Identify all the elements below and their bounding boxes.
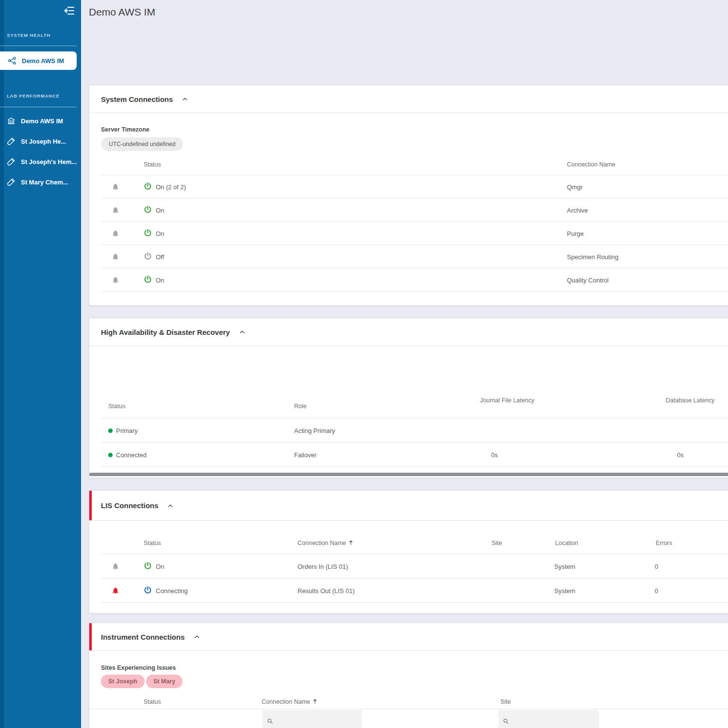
search-icon (267, 718, 273, 724)
sidebar-item-label: Demo AWS IM (21, 117, 63, 125)
collapse-sidebar-icon[interactable] (64, 5, 75, 17)
status-text: On (2 of 2) (156, 183, 186, 191)
table-divider (89, 709, 728, 709)
connection-name-cell: Results Out (LIS 01) (298, 579, 355, 603)
column-header-site: Site (492, 540, 502, 546)
table-row: Connecting Results Out (LIS 01) System 0 (89, 579, 728, 603)
bell-icon[interactable] (112, 268, 119, 292)
bell-icon[interactable] (112, 199, 119, 222)
status-cell: On (144, 222, 164, 245)
power-icon (144, 182, 152, 192)
column-header-location: Location (555, 540, 578, 546)
green-status-dot-icon (108, 429, 113, 433)
table-row: On Purge (89, 222, 728, 245)
power-icon (144, 252, 152, 262)
sidebar-section-system-health: SYSTEM HEALTH (7, 33, 50, 38)
instrument-connections-header: Instrument Connections (89, 623, 728, 651)
bell-icon[interactable] (112, 579, 119, 603)
power-icon (144, 275, 152, 285)
sidebar-item-label: St Joseph's Hem... (21, 158, 77, 165)
column-header-journal-file-latency: Journal File Latency (476, 396, 539, 405)
bell-icon[interactable] (112, 554, 119, 579)
test-tube-icon (7, 157, 16, 166)
table-row: Primary Acting Primary (89, 418, 728, 443)
status-cell: On (144, 554, 164, 579)
column-header-site: Site (500, 698, 511, 705)
sidebar: SYSTEM HEALTH Demo AWS IM LAB PERFORMANC… (0, 0, 81, 728)
sidebar-item-st-josephs-hem[interactable]: St Joseph's Hem... (0, 152, 81, 171)
connection-name-cell: Purge (567, 222, 584, 245)
sidebar-item-demo-aws-im-lab[interactable]: Demo AWS IM (0, 111, 81, 131)
table-row: On Quality Control (89, 268, 728, 292)
status-cell: Connected (108, 443, 147, 467)
bell-icon[interactable] (112, 175, 119, 199)
connection-name-cell: Specimen Routing (567, 245, 618, 268)
main-content: Demo AWS IM System Connections Server Ti… (81, 0, 728, 728)
horizontal-scrollbar[interactable] (89, 473, 728, 476)
chevron-up-icon[interactable] (239, 329, 246, 335)
journal-file-latency-cell: 0s (491, 443, 498, 467)
chevron-up-icon[interactable] (182, 96, 188, 102)
column-header-status: Status (144, 161, 161, 168)
column-header-status: Status (144, 698, 161, 705)
column-header-connection-name: Connection Name (567, 161, 615, 168)
status-text: Off (156, 253, 164, 261)
table-row: Off Specimen Routing (89, 245, 728, 268)
sidebar-divider (0, 46, 77, 46)
lis-connections-card: .lis-stripe::before{height:62px} LIS Con… (89, 490, 728, 613)
high-availability-card: High Availability & Disaster Recovery St… (89, 318, 728, 478)
power-icon (144, 205, 152, 215)
bell-icon[interactable] (112, 245, 119, 268)
server-timezone-value: UTC-undefined undefined (101, 137, 183, 151)
column-header-connection-name-sortable[interactable]: Connection Name (298, 540, 354, 546)
lab-building-icon (7, 116, 16, 125)
role-cell: Failover (294, 443, 316, 467)
sidebar-divider (0, 107, 77, 107)
status-cell: Primary (108, 418, 138, 443)
section-title: System Connections (101, 95, 173, 103)
sidebar-item-st-mary-chem[interactable]: St Mary Chem... (0, 172, 81, 192)
status-cell: On (144, 199, 164, 222)
status-cell: On (2 of 2) (144, 175, 186, 199)
issue-site-chip: St Joseph (101, 675, 145, 688)
sidebar-item-demo-aws-im-health[interactable]: Demo AWS IM (0, 51, 77, 70)
power-icon (144, 586, 152, 596)
section-title: High Availability & Disaster Recovery (101, 328, 230, 336)
column-header-status: Status (144, 540, 161, 546)
section-title: LIS Connections (101, 501, 158, 510)
instrument-connections-card: Instrument Connections Sites Experiencin… (89, 623, 728, 728)
power-icon (144, 229, 152, 238)
test-tube-icon (7, 178, 16, 186)
sites-experiencing-issues-label: Sites Experiencing Issues (101, 664, 176, 671)
location-cell: System (554, 554, 575, 579)
role-cell: Acting Primary (294, 418, 335, 443)
errors-cell: 0 (655, 579, 658, 603)
issue-site-chip: St Mary (146, 675, 182, 688)
connection-name-cell: Archive (567, 199, 588, 222)
table-row: On Orders In (LIS 01) System 0 (89, 554, 728, 579)
table-row: On (2 of 2) Qmgr (89, 175, 728, 199)
column-header-database-latency: Database Latency (659, 396, 722, 405)
chevron-up-icon[interactable] (167, 502, 174, 509)
sidebar-section-lab-performance: LAB PERFORMANCE (7, 93, 60, 99)
sidebar-edge-stripe (0, 0, 4, 728)
chevron-up-icon[interactable] (194, 633, 200, 640)
column-header-role: Role (294, 403, 307, 410)
status-text: On (156, 230, 164, 237)
column-header-connection-name-sortable[interactable]: Connection Name (262, 698, 318, 705)
site-search-input[interactable] (498, 710, 599, 728)
location-cell: System (554, 579, 575, 603)
errors-cell: 0 (655, 554, 658, 579)
bell-icon[interactable] (112, 222, 119, 245)
lis-connections-header: LIS Connections (89, 491, 728, 521)
connection-name-search-input[interactable] (263, 710, 362, 728)
sidebar-item-st-joseph-he[interactable]: St Joseph He... (0, 132, 81, 151)
network-icon (8, 56, 17, 65)
table-row: On Archive (89, 199, 728, 222)
sidebar-item-label: St Joseph He... (21, 138, 66, 145)
table-row: Connected Failover 0s 0s (89, 443, 728, 467)
sort-ascending-icon (348, 540, 354, 546)
status-text: Connected (116, 451, 147, 459)
green-status-dot-icon (108, 453, 113, 457)
server-timezone-label: Server Timezone (101, 126, 149, 133)
